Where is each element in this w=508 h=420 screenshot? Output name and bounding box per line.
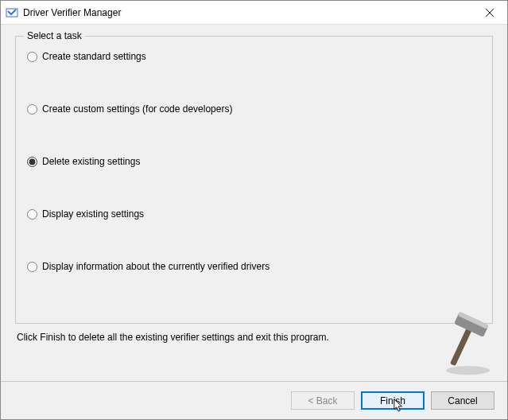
svg-point-6 <box>446 366 490 375</box>
radio-display-info[interactable] <box>27 262 37 272</box>
finish-button[interactable]: Finish <box>361 391 425 410</box>
radio-row-custom: Create custom settings (for code develop… <box>27 103 481 115</box>
task-groupbox: Select a task Create standard settings C… <box>15 36 493 324</box>
radio-label-standard[interactable]: Create standard settings <box>42 51 146 62</box>
radio-row-info: Display information about the currently … <box>27 261 481 272</box>
back-button: < Back <box>291 391 355 410</box>
radio-create-custom[interactable] <box>27 104 37 115</box>
cancel-button[interactable]: Cancel <box>431 391 494 410</box>
radio-label-display[interactable]: Display existing settings <box>42 208 144 220</box>
radio-label-info[interactable]: Display information about the currently … <box>42 261 270 272</box>
groupbox-legend: Select a task <box>24 30 85 41</box>
radio-row-delete: Delete existing settings <box>27 156 481 167</box>
radio-display-existing[interactable] <box>27 209 37 220</box>
radio-delete-existing[interactable] <box>27 157 37 167</box>
verifier-app-icon <box>6 6 18 19</box>
driver-verifier-window: Driver Verifier Manager Select a task Cr… <box>0 0 508 420</box>
close-button[interactable] <box>472 2 507 24</box>
radio-row-display: Display existing settings <box>27 208 481 220</box>
radio-create-standard[interactable] <box>27 52 37 62</box>
radio-row-standard: Create standard settings <box>27 51 481 62</box>
instruction-text: Click Finish to delete all the existing … <box>15 332 493 343</box>
radio-label-custom[interactable]: Create custom settings (for code develop… <box>42 103 232 115</box>
radio-label-delete[interactable]: Delete existing settings <box>42 156 140 167</box>
window-title: Driver Verifier Manager <box>23 7 472 18</box>
content-area: Select a task Create standard settings C… <box>1 25 507 367</box>
titlebar: Driver Verifier Manager <box>1 1 507 25</box>
button-bar: < Back Finish Cancel <box>1 382 507 419</box>
